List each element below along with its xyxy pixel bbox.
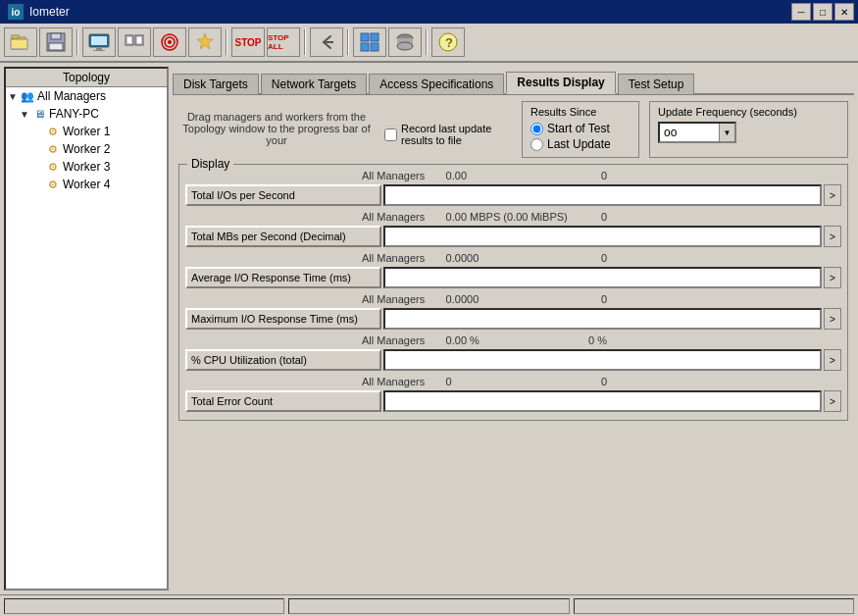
all-managers-label: All Managers xyxy=(37,89,106,103)
settings-button[interactable] xyxy=(188,27,222,57)
svg-rect-9 xyxy=(93,50,105,51)
cpu-util-arrow-btn[interactable]: > xyxy=(824,349,841,371)
tree-item-worker3[interactable]: ⚙ Worker 3 xyxy=(6,158,167,176)
metric-header-avg-response: All Managers 0.0000 0 xyxy=(185,251,841,265)
stop-button[interactable]: STOP xyxy=(231,27,265,57)
total-mbs-label-btn[interactable]: Total MBs per Second (Decimal) xyxy=(185,226,381,247)
metric-section-total-mbs: All Managers 0.00 MBPS (0.00 MiBPS) 0 To… xyxy=(185,210,841,249)
avg-response-arrow-btn[interactable]: > xyxy=(824,267,841,288)
titlebar: io Iometer ─ □ ✕ xyxy=(0,0,858,24)
tab-network-targets[interactable]: Network Targets xyxy=(261,74,367,94)
metric-header-cpu-util: All Managers 0.00 % 0 % xyxy=(185,334,841,347)
tree-item-fany-pc[interactable]: ▼ 🖥 FANY-PC xyxy=(6,105,167,123)
right-panel: Disk Targets Network Targets Access Spec… xyxy=(173,67,854,590)
maximize-button[interactable]: □ xyxy=(813,3,833,21)
tab-disk-targets[interactable]: Disk Targets xyxy=(173,74,259,94)
expander-fany-pc[interactable]: ▼ xyxy=(20,109,31,120)
tab-bar: Disk Targets Network Targets Access Spec… xyxy=(173,67,854,95)
metric-value-cpu-util: All Managers 0.00 % xyxy=(362,334,578,346)
total-mbs-arrow-btn[interactable]: > xyxy=(824,226,841,247)
total-ios-arrow-btn[interactable]: > xyxy=(824,184,841,206)
total-errors-input[interactable] xyxy=(383,390,822,412)
cpu-util-input[interactable] xyxy=(383,349,822,371)
toolbar-sep-5 xyxy=(426,29,428,55)
update-freq-value: oo xyxy=(660,126,719,139)
group-icon: 👥 xyxy=(20,88,35,104)
avg-response-input[interactable] xyxy=(383,267,822,288)
tree-item-worker1[interactable]: ⚙ Worker 1 xyxy=(6,123,167,140)
tab-test-setup[interactable]: Test Setup xyxy=(618,74,695,94)
update-freq-title: Update Frequency (seconds) xyxy=(658,106,839,118)
back-button[interactable] xyxy=(310,27,343,57)
last-update-radio[interactable] xyxy=(530,138,543,151)
metric-header-max-response: All Managers 0.0000 0 xyxy=(185,292,841,306)
update-freq-dropdown[interactable]: ▼ xyxy=(719,124,734,141)
status-seg-3 xyxy=(574,598,854,614)
display-button[interactable] xyxy=(82,27,116,57)
metric-section-total-errors: All Managers 0 0 Total Error Count > xyxy=(185,375,841,414)
total-mbs-input[interactable] xyxy=(383,226,822,247)
metric-count-total-ios: 0 xyxy=(578,170,607,181)
worker-icon-1: ⚙ xyxy=(45,124,61,139)
stop-all-button[interactable]: STOP ALL xyxy=(267,27,300,57)
help-button[interactable]: ? xyxy=(431,27,465,57)
topology-title: Topology xyxy=(6,69,167,87)
workers-button[interactable] xyxy=(118,27,151,57)
metric-row-avg-response: Average I/O Response Time (ms) > xyxy=(185,265,841,290)
worker2-label: Worker 2 xyxy=(63,142,110,156)
metric-count-total-errors: 0 xyxy=(578,376,607,387)
total-errors-label-btn[interactable]: Total Error Count xyxy=(185,390,381,412)
tree-item-worker2[interactable]: ⚙ Worker 2 xyxy=(6,140,167,158)
svg-rect-20 xyxy=(361,43,369,51)
metric-count-total-mbs: 0 xyxy=(578,211,607,223)
minimize-button[interactable]: ─ xyxy=(791,3,811,21)
total-ios-label-btn[interactable]: Total I/Os per Second xyxy=(185,184,381,206)
record-checkbox[interactable] xyxy=(384,128,397,141)
save-button[interactable] xyxy=(39,27,73,57)
svg-rect-21 xyxy=(371,43,379,51)
worker-icon-2: ⚙ xyxy=(45,141,61,157)
app-title: Iometer xyxy=(29,5,70,19)
svg-rect-5 xyxy=(49,43,63,50)
avg-response-label-btn[interactable]: Average I/O Response Time (ms) xyxy=(185,267,381,288)
toolbar-sep-2 xyxy=(226,29,227,55)
last-update-row: Last Update xyxy=(530,137,631,151)
record-check-area: Record last update results to file xyxy=(384,101,512,158)
results-since-box: Results Since Start of Test Last Update xyxy=(522,101,639,158)
max-response-label-btn[interactable]: Maximum I/O Response Time (ms) xyxy=(185,308,381,330)
tree-item-worker4[interactable]: ⚙ Worker 4 xyxy=(6,176,167,193)
expander-all-managers[interactable]: ▼ xyxy=(8,91,20,102)
start-of-test-row: Start of Test xyxy=(530,122,631,135)
cpu-util-label-btn[interactable]: % CPU Utilization (total) xyxy=(185,349,381,371)
svg-rect-19 xyxy=(371,33,379,41)
total-errors-arrow-btn[interactable]: > xyxy=(824,390,841,412)
total-ios-input[interactable] xyxy=(383,184,822,206)
status-seg-1 xyxy=(4,598,284,614)
svg-rect-4 xyxy=(51,33,61,39)
tree-item-all-managers[interactable]: ▼ 👥 All Managers xyxy=(6,87,167,105)
metric-section-cpu-util: All Managers 0.00 % 0 % % CPU Utilizatio… xyxy=(185,334,841,373)
status-seg-2 xyxy=(288,598,569,614)
tab-access-spec[interactable]: Access Specifications xyxy=(369,74,504,94)
svg-rect-13 xyxy=(137,37,141,43)
main-area: Topology ▼ 👥 All Managers ▼ 🖥 FANY-PC ⚙ … xyxy=(0,63,858,594)
start-of-test-radio[interactable] xyxy=(530,123,543,135)
last-update-label: Last Update xyxy=(547,137,611,151)
fany-pc-label: FANY-PC xyxy=(49,107,99,121)
max-response-arrow-btn[interactable]: > xyxy=(824,308,841,330)
svg-rect-7 xyxy=(91,36,107,45)
close-button[interactable]: ✕ xyxy=(834,3,854,21)
tab-results-display[interactable]: Results Display xyxy=(506,72,615,94)
computer-icon: 🖥 xyxy=(31,106,47,122)
top-controls: Drag managers and workers from the Topol… xyxy=(178,101,848,158)
topology-panel: Topology ▼ 👥 All Managers ▼ 🖥 FANY-PC ⚙ … xyxy=(4,67,169,590)
open-button[interactable] xyxy=(4,27,37,57)
disk2-button[interactable] xyxy=(388,27,422,57)
titlebar-controls: ─ □ ✕ xyxy=(791,3,854,21)
worker1-label: Worker 1 xyxy=(63,125,110,138)
svg-text:?: ? xyxy=(445,35,453,50)
config1-button[interactable] xyxy=(353,27,386,57)
max-response-input[interactable] xyxy=(383,308,822,330)
targets-button[interactable] xyxy=(153,27,186,57)
svg-rect-1 xyxy=(12,35,19,38)
